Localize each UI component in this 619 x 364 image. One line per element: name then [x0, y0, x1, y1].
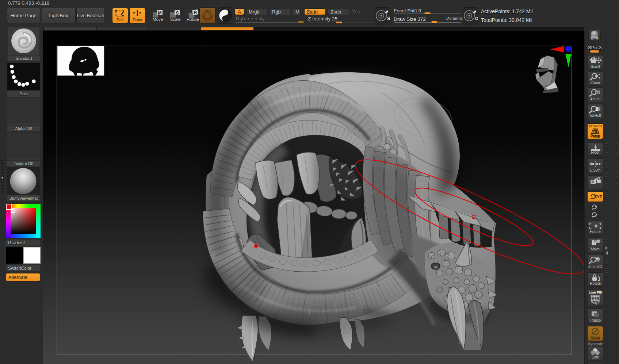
svg-text:XYZ: XYZ: [594, 195, 602, 199]
svg-text:D: D: [475, 16, 478, 21]
svg-text:Y: Y: [595, 206, 597, 209]
svg-text:BPR: BPR: [591, 36, 599, 40]
svg-text:x: x: [592, 144, 594, 146]
svg-text:S: S: [176, 11, 179, 16]
svg-text:Z: Z: [595, 213, 597, 217]
svg-text:z: z: [598, 144, 600, 146]
svg-text:x1: x1: [596, 91, 599, 94]
svg-text:M: M: [158, 11, 162, 16]
svg-text:Draw: Draw: [133, 18, 142, 22]
svg-text:Edit: Edit: [117, 18, 124, 22]
svg-text:S: S: [387, 16, 390, 21]
